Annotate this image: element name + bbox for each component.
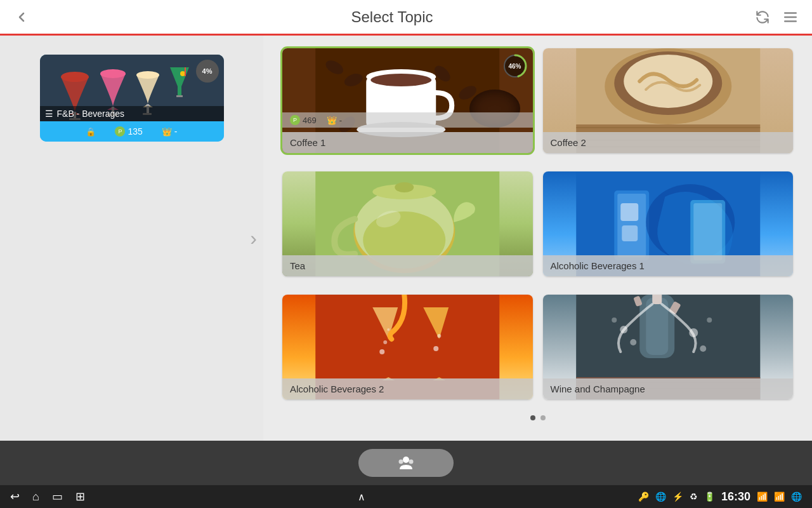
back-button[interactable]: [10, 6, 33, 29]
coffee1-points: P 469: [290, 115, 317, 125]
category-card-beverages[interactable]: 4% ☰ F&B - Beverages 🔒 P 135 👑 -: [40, 55, 224, 142]
card-title-row: ☰ F&B - Beverages: [40, 106, 224, 121]
stack-icon: ☰: [45, 109, 53, 119]
battery-icon: 🔋: [704, 491, 715, 502]
profile-button[interactable]: [358, 449, 454, 477]
crown-icon-coffee1: 👑: [327, 116, 337, 125]
svg-point-53: [387, 328, 390, 331]
svg-point-68: [707, 318, 712, 323]
alc2-label: Alcoholic Beverages 2: [282, 378, 533, 399]
card-crown-value: -: [174, 126, 178, 137]
svg-point-73: [399, 460, 403, 464]
pagination: [282, 408, 793, 428]
pagination-dot-1[interactable]: [530, 415, 535, 420]
topic-card-alc1[interactable]: Alcoholic Beverages 1: [543, 171, 794, 276]
topic-card-tea[interactable]: Tea: [282, 171, 533, 276]
card-stats: 🔒 P 135 👑 -: [40, 121, 224, 142]
coffee1-crown: 👑 -: [327, 116, 342, 125]
topic-card-coffee1[interactable]: 46% P 469 👑 - Coffee 1: [282, 48, 533, 153]
coffee1-crown-value: -: [339, 116, 342, 125]
qr-nav-icon[interactable]: ⊞: [75, 490, 85, 504]
svg-point-22: [370, 74, 431, 86]
usb-icon: ⚡: [672, 491, 683, 502]
topic-card-coffee2[interactable]: Coffee 2: [543, 48, 794, 153]
main-content: 4% ☰ F&B - Beverages 🔒 P 135 👑 -: [0, 36, 812, 441]
svg-point-11: [180, 71, 185, 76]
sync-icon: ♻: [690, 491, 698, 502]
points-p-icon: P: [290, 115, 300, 125]
svg-point-72: [403, 457, 409, 463]
back-nav-icon[interactable]: ↩: [10, 490, 20, 504]
right-content: 46% P 469 👑 - Coffee 1: [263, 36, 812, 441]
card-lock-item: 🔒: [86, 127, 96, 137]
app-header: Select Topic: [0, 0, 812, 36]
points-icon: P: [115, 126, 125, 137]
recents-nav-icon[interactable]: ▭: [52, 490, 63, 504]
status-center: ∧: [358, 491, 365, 503]
pagination-dot-2[interactable]: [540, 415, 546, 420]
menu-button[interactable]: [779, 6, 802, 29]
svg-point-51: [379, 349, 384, 354]
svg-point-66: [700, 345, 706, 352]
signal-icon: 📶: [774, 491, 785, 502]
svg-point-52: [383, 340, 387, 344]
svg-rect-49: [693, 203, 722, 260]
coffee1-points-bar: P 469 👑 -: [282, 112, 533, 128]
card-title-label: F&B - Beverages: [57, 109, 125, 119]
svg-rect-45: [620, 203, 638, 221]
coffee1-label: Coffee 1: [282, 132, 533, 153]
refresh-button[interactable]: [751, 6, 774, 29]
svg-point-64: [630, 339, 636, 345]
crown-icon: 👑: [162, 127, 172, 137]
svg-point-67: [612, 318, 617, 323]
status-up-arrow[interactable]: ∧: [358, 491, 365, 503]
svg-point-40: [395, 182, 414, 192]
page-title: Select Topic: [33, 8, 751, 26]
bottom-bar: [0, 441, 812, 485]
svg-point-65: [689, 328, 698, 337]
svg-rect-46: [622, 225, 638, 241]
topic-progress-badge-coffee1: 46%: [502, 53, 528, 79]
category-card-image: 4% ☰ F&B - Beverages: [40, 55, 224, 121]
wifi-icon: 📶: [757, 491, 768, 502]
tea-label: Tea: [282, 255, 533, 276]
key-icon: 🔑: [638, 491, 649, 502]
coffee2-label: Coffee 2: [543, 132, 794, 153]
svg-rect-60: [652, 295, 662, 304]
card-points-item: P 135: [115, 126, 142, 137]
wine-label: Wine and Champagne: [543, 378, 794, 399]
flag-icon: 🌐: [791, 491, 802, 502]
status-nav: ↩ ⌂ ▭ ⊞: [10, 490, 85, 504]
card-crown-item: 👑 -: [162, 126, 178, 137]
svg-point-54: [433, 346, 438, 351]
status-time: 16:30: [721, 490, 750, 504]
home-nav-icon[interactable]: ⌂: [32, 490, 39, 504]
alc1-label: Alcoholic Beverages 1: [543, 255, 794, 276]
svg-point-55: [437, 334, 441, 338]
topic-card-alc2[interactable]: Alcoholic Beverages 2: [282, 295, 533, 399]
status-bar: ↩ ⌂ ▭ ⊞ ∧ 🔑 🌐 ⚡ ♻ 🔋 16:30 📶 📶 🌐: [0, 485, 812, 508]
card-points-value: 135: [128, 126, 142, 137]
svg-point-74: [409, 460, 414, 464]
topics-grid: 46% P 469 👑 - Coffee 1: [282, 48, 793, 408]
topic-card-wine[interactable]: Wine and Champagne: [543, 295, 794, 399]
svg-point-63: [620, 326, 627, 333]
network-icon: 🌐: [655, 491, 666, 502]
coffee1-points-value: 469: [303, 116, 317, 125]
svg-rect-12: [185, 67, 186, 76]
svg-rect-10: [176, 95, 183, 97]
card-progress-badge: 4%: [196, 60, 219, 83]
status-right: 🔑 🌐 ⚡ ♻ 🔋 16:30 📶 📶 🌐: [638, 490, 802, 504]
left-panel: 4% ☰ F&B - Beverages 🔒 P 135 👑 -: [0, 36, 263, 441]
progress-text-coffee1: 46%: [508, 63, 521, 70]
lock-icon: 🔒: [86, 127, 96, 137]
